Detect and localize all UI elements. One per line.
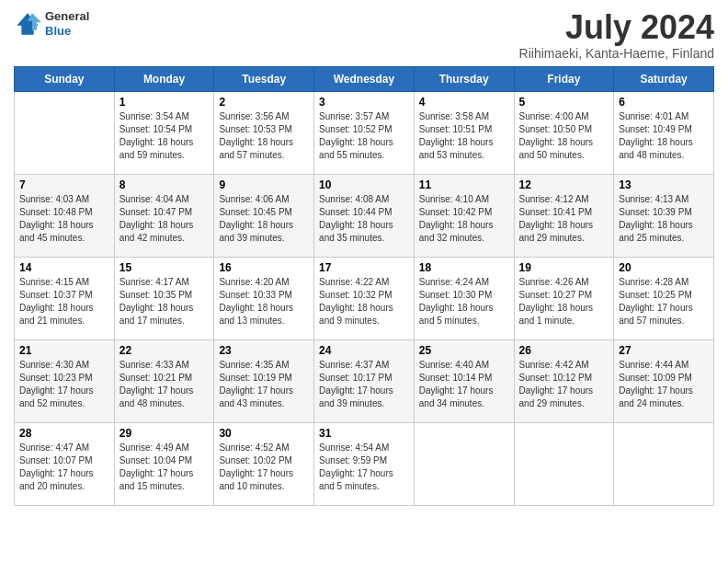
cell-content: Sunrise: 4:49 AM Sunset: 10:04 PM Daylig… bbox=[119, 442, 210, 493]
day-number: 3 bbox=[319, 96, 409, 109]
calendar-cell bbox=[414, 422, 514, 505]
cell-content: Sunrise: 4:10 AM Sunset: 10:42 PM Daylig… bbox=[419, 193, 509, 245]
day-number: 16 bbox=[219, 261, 309, 274]
cell-content: Sunrise: 4:00 AM Sunset: 10:50 PM Daylig… bbox=[519, 110, 609, 162]
calendar-cell: 24Sunrise: 4:37 AM Sunset: 10:17 PM Dayl… bbox=[314, 339, 415, 422]
month-title: July 2024 bbox=[519, 9, 714, 46]
column-header-thursday: Thursday bbox=[414, 66, 514, 91]
calendar-week-1: 1Sunrise: 3:54 AM Sunset: 10:54 PM Dayli… bbox=[15, 91, 714, 174]
day-number: 22 bbox=[119, 344, 210, 357]
day-number: 9 bbox=[219, 178, 309, 191]
calendar-cell: 13Sunrise: 4:13 AM Sunset: 10:39 PM Dayl… bbox=[614, 174, 714, 257]
calendar-cell: 27Sunrise: 4:44 AM Sunset: 10:09 PM Dayl… bbox=[614, 339, 714, 422]
calendar-cell: 18Sunrise: 4:24 AM Sunset: 10:30 PM Dayl… bbox=[414, 257, 514, 339]
location: Riihimaeki, Kanta-Haeme, Finland bbox=[519, 46, 714, 61]
day-number: 25 bbox=[419, 344, 509, 357]
cell-content: Sunrise: 4:28 AM Sunset: 10:25 PM Daylig… bbox=[619, 276, 709, 327]
calendar-cell: 26Sunrise: 4:42 AM Sunset: 10:12 PM Dayl… bbox=[514, 339, 614, 422]
day-number: 5 bbox=[519, 96, 609, 109]
calendar-cell: 12Sunrise: 4:12 AM Sunset: 10:41 PM Dayl… bbox=[514, 174, 614, 257]
calendar-week-2: 7Sunrise: 4:03 AM Sunset: 10:48 PM Dayli… bbox=[15, 174, 714, 257]
page-header: General Blue July 2024 Riihimaeki, Kanta… bbox=[14, 9, 714, 61]
calendar-cell bbox=[614, 422, 714, 505]
calendar-cell: 8Sunrise: 4:04 AM Sunset: 10:47 PM Dayli… bbox=[114, 174, 214, 257]
calendar-cell: 28Sunrise: 4:47 AM Sunset: 10:07 PM Dayl… bbox=[15, 422, 115, 505]
day-number: 30 bbox=[219, 427, 309, 440]
day-number: 10 bbox=[319, 178, 409, 191]
day-number: 18 bbox=[419, 261, 509, 274]
column-header-friday: Friday bbox=[514, 66, 614, 91]
cell-content: Sunrise: 3:56 AM Sunset: 10:53 PM Daylig… bbox=[219, 110, 309, 162]
day-number: 31 bbox=[319, 427, 409, 440]
calendar-cell: 4Sunrise: 3:58 AM Sunset: 10:51 PM Dayli… bbox=[414, 91, 514, 174]
cell-content: Sunrise: 4:20 AM Sunset: 10:33 PM Daylig… bbox=[219, 276, 309, 327]
day-number: 1 bbox=[119, 96, 210, 109]
calendar-cell: 31Sunrise: 4:54 AM Sunset: 9:59 PM Dayli… bbox=[314, 422, 415, 505]
day-number: 12 bbox=[519, 178, 609, 191]
calendar-cell: 2Sunrise: 3:56 AM Sunset: 10:53 PM Dayli… bbox=[214, 91, 314, 174]
logo-icon bbox=[14, 10, 41, 38]
calendar-cell bbox=[15, 91, 115, 174]
cell-content: Sunrise: 4:01 AM Sunset: 10:49 PM Daylig… bbox=[619, 110, 709, 162]
day-number: 15 bbox=[119, 261, 210, 274]
calendar-cell: 14Sunrise: 4:15 AM Sunset: 10:37 PM Dayl… bbox=[15, 257, 115, 339]
cell-content: Sunrise: 4:35 AM Sunset: 10:19 PM Daylig… bbox=[219, 359, 309, 410]
cell-content: Sunrise: 4:47 AM Sunset: 10:07 PM Daylig… bbox=[19, 442, 109, 493]
calendar-cell: 30Sunrise: 4:52 AM Sunset: 10:02 PM Dayl… bbox=[214, 422, 314, 505]
cell-content: Sunrise: 4:17 AM Sunset: 10:35 PM Daylig… bbox=[119, 276, 210, 327]
day-number: 6 bbox=[619, 96, 709, 109]
day-number: 2 bbox=[219, 96, 309, 109]
cell-content: Sunrise: 4:24 AM Sunset: 10:30 PM Daylig… bbox=[419, 276, 509, 327]
calendar-cell: 11Sunrise: 4:10 AM Sunset: 10:42 PM Dayl… bbox=[414, 174, 514, 257]
cell-content: Sunrise: 4:26 AM Sunset: 10:27 PM Daylig… bbox=[519, 276, 609, 327]
calendar-cell: 9Sunrise: 4:06 AM Sunset: 10:45 PM Dayli… bbox=[214, 174, 314, 257]
day-number: 13 bbox=[619, 178, 709, 191]
day-number: 20 bbox=[619, 261, 709, 274]
calendar-cell: 10Sunrise: 4:08 AM Sunset: 10:44 PM Dayl… bbox=[314, 174, 415, 257]
day-number: 28 bbox=[19, 427, 109, 440]
cell-content: Sunrise: 4:12 AM Sunset: 10:41 PM Daylig… bbox=[519, 193, 609, 245]
cell-content: Sunrise: 4:42 AM Sunset: 10:12 PM Daylig… bbox=[519, 359, 609, 410]
cell-content: Sunrise: 4:04 AM Sunset: 10:47 PM Daylig… bbox=[119, 193, 210, 245]
calendar-cell: 17Sunrise: 4:22 AM Sunset: 10:32 PM Dayl… bbox=[314, 257, 415, 339]
calendar-cell: 16Sunrise: 4:20 AM Sunset: 10:33 PM Dayl… bbox=[214, 257, 314, 339]
calendar-cell: 6Sunrise: 4:01 AM Sunset: 10:49 PM Dayli… bbox=[614, 91, 714, 174]
logo-blue: Blue bbox=[45, 24, 89, 39]
day-number: 23 bbox=[219, 344, 309, 357]
cell-content: Sunrise: 3:58 AM Sunset: 10:51 PM Daylig… bbox=[419, 110, 509, 162]
day-number: 7 bbox=[19, 178, 109, 191]
day-number: 21 bbox=[19, 344, 109, 357]
column-header-sunday: Sunday bbox=[15, 66, 115, 91]
calendar-week-3: 14Sunrise: 4:15 AM Sunset: 10:37 PM Dayl… bbox=[15, 257, 714, 339]
day-number: 11 bbox=[419, 178, 509, 191]
cell-content: Sunrise: 4:13 AM Sunset: 10:39 PM Daylig… bbox=[619, 193, 709, 245]
calendar-week-4: 21Sunrise: 4:30 AM Sunset: 10:23 PM Dayl… bbox=[15, 339, 714, 422]
calendar-cell: 5Sunrise: 4:00 AM Sunset: 10:50 PM Dayli… bbox=[514, 91, 614, 174]
day-number: 19 bbox=[519, 261, 609, 274]
calendar-cell: 20Sunrise: 4:28 AM Sunset: 10:25 PM Dayl… bbox=[614, 257, 714, 339]
calendar-cell: 7Sunrise: 4:03 AM Sunset: 10:48 PM Dayli… bbox=[15, 174, 115, 257]
day-number: 24 bbox=[319, 344, 409, 357]
day-number: 26 bbox=[519, 344, 609, 357]
calendar-header-row: SundayMondayTuesdayWednesdayThursdayFrid… bbox=[15, 66, 714, 91]
cell-content: Sunrise: 4:22 AM Sunset: 10:32 PM Daylig… bbox=[319, 276, 409, 327]
cell-content: Sunrise: 4:44 AM Sunset: 10:09 PM Daylig… bbox=[619, 359, 709, 410]
day-number: 14 bbox=[19, 261, 109, 274]
column-header-monday: Monday bbox=[114, 66, 214, 91]
cell-content: Sunrise: 3:54 AM Sunset: 10:54 PM Daylig… bbox=[119, 110, 210, 162]
calendar-cell bbox=[514, 422, 614, 505]
cell-content: Sunrise: 3:57 AM Sunset: 10:52 PM Daylig… bbox=[319, 110, 409, 162]
calendar-cell: 15Sunrise: 4:17 AM Sunset: 10:35 PM Dayl… bbox=[114, 257, 214, 339]
column-header-wednesday: Wednesday bbox=[314, 66, 415, 91]
calendar-cell: 1Sunrise: 3:54 AM Sunset: 10:54 PM Dayli… bbox=[114, 91, 214, 174]
calendar-cell: 3Sunrise: 3:57 AM Sunset: 10:52 PM Dayli… bbox=[314, 91, 415, 174]
logo-text: General Blue bbox=[45, 9, 89, 38]
cell-content: Sunrise: 4:06 AM Sunset: 10:45 PM Daylig… bbox=[219, 193, 309, 245]
calendar-cell: 19Sunrise: 4:26 AM Sunset: 10:27 PM Dayl… bbox=[514, 257, 614, 339]
cell-content: Sunrise: 4:52 AM Sunset: 10:02 PM Daylig… bbox=[219, 442, 309, 493]
calendar-cell: 29Sunrise: 4:49 AM Sunset: 10:04 PM Dayl… bbox=[114, 422, 214, 505]
calendar-cell: 22Sunrise: 4:33 AM Sunset: 10:21 PM Dayl… bbox=[114, 339, 214, 422]
cell-content: Sunrise: 4:08 AM Sunset: 10:44 PM Daylig… bbox=[319, 193, 409, 245]
cell-content: Sunrise: 4:15 AM Sunset: 10:37 PM Daylig… bbox=[19, 276, 109, 327]
cell-content: Sunrise: 4:37 AM Sunset: 10:17 PM Daylig… bbox=[319, 359, 409, 410]
